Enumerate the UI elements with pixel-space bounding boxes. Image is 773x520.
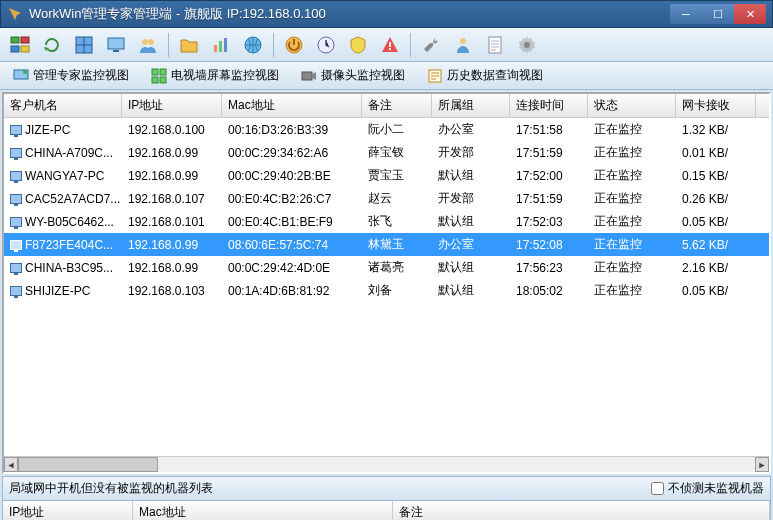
cell-time: 17:51:59 [510, 188, 588, 209]
tb-power-icon[interactable] [280, 31, 308, 59]
cell-mac: 00:1A:4D:6B:81:92 [222, 280, 362, 301]
table-row[interactable]: CAC52A7ACD7...192.168.0.10700:E0:4C:B2:2… [4, 187, 769, 210]
camera-icon [301, 68, 317, 84]
col-nicrx[interactable]: 网卡接收 [676, 94, 756, 117]
minimize-button[interactable]: ─ [670, 4, 702, 24]
pc-icon [10, 286, 22, 296]
unmonitored-table: IP地址 Mac地址 备注 [2, 501, 771, 520]
tb-chart-icon[interactable] [207, 31, 235, 59]
cell-status: 正在监控 [588, 234, 676, 255]
tb-shield-icon[interactable] [344, 31, 372, 59]
tb-person-icon[interactable] [449, 31, 477, 59]
col-clientname[interactable]: 客户机名 [4, 94, 122, 117]
tb-grid-icon[interactable] [70, 31, 98, 59]
main-toolbar [0, 28, 773, 62]
svg-rect-23 [160, 77, 166, 83]
view-history-button[interactable]: 历史数据查询视图 [420, 64, 550, 87]
table-row[interactable]: F8723FE404C...192.168.0.9908:60:6E:57:5C… [4, 233, 769, 256]
cell-status: 正在监控 [588, 211, 676, 232]
scroll-left-button[interactable]: ◄ [4, 457, 18, 472]
cell-ip: 192.168.0.99 [122, 234, 222, 255]
svg-rect-10 [219, 41, 222, 52]
tb-tool-icon[interactable] [417, 31, 445, 59]
bottom-table-header: IP地址 Mac地址 备注 [3, 501, 770, 520]
cell-time: 17:52:08 [510, 234, 588, 255]
cell-group: 默认组 [432, 165, 510, 186]
cell-status: 正在监控 [588, 188, 676, 209]
cell-mac: 00:0C:29:42:4D:0E [222, 257, 362, 278]
cell-rx: 0.26 KB/ [676, 188, 756, 209]
tvwall-icon [151, 68, 167, 84]
cell-rx: 0.15 KB/ [676, 165, 756, 186]
svg-rect-20 [152, 69, 158, 75]
col-ip[interactable]: IP地址 [122, 94, 222, 117]
cell-time: 17:52:03 [510, 211, 588, 232]
scroll-thumb[interactable] [18, 457, 158, 472]
table-row[interactable]: CHINA-B3C95...192.168.0.9900:0C:29:42:4D… [4, 256, 769, 279]
cell-name: CHINA-A709C... [4, 142, 122, 163]
bottom-panel: 局域网中开机但没有被监视的机器列表 不侦测未监视机器 IP地址 Mac地址 备注 [2, 476, 771, 520]
table-row[interactable]: CHINA-A709C...192.168.0.9900:0C:29:34:62… [4, 141, 769, 164]
cell-name: SHIJIZE-PC [4, 280, 122, 301]
cell-note: 刘备 [362, 280, 432, 301]
cell-status: 正在监控 [588, 257, 676, 278]
monitor-view-icon [13, 68, 29, 84]
cell-group: 开发部 [432, 142, 510, 163]
view-camera-button[interactable]: 摄像头监控视图 [294, 64, 412, 87]
cell-status: 正在监控 [588, 142, 676, 163]
cell-rx: 0.01 KB/ [676, 142, 756, 163]
history-icon [427, 68, 443, 84]
col-status[interactable]: 状态 [588, 94, 676, 117]
col-note[interactable]: 备注 [362, 94, 432, 117]
tb-globe-icon[interactable] [239, 31, 267, 59]
cell-mac: 00:E0:4C:B1:BE:F9 [222, 211, 362, 232]
no-detect-checkbox[interactable]: 不侦测未监视机器 [651, 480, 764, 497]
col-group[interactable]: 所属组 [432, 94, 510, 117]
view-tvwall-button[interactable]: 电视墙屏幕监控视图 [144, 64, 286, 87]
bcol-ip[interactable]: IP地址 [3, 501, 133, 520]
tb-clock-icon[interactable] [312, 31, 340, 59]
cell-ip: 192.168.0.100 [122, 119, 222, 140]
tb-alert-icon[interactable] [376, 31, 404, 59]
cell-note: 薛宝钗 [362, 142, 432, 163]
tb-users-icon[interactable] [134, 31, 162, 59]
svg-point-15 [460, 38, 466, 44]
bcol-mac[interactable]: Mac地址 [133, 501, 393, 520]
cell-name: WANGYA7-PC [4, 165, 122, 186]
close-button[interactable]: ✕ [734, 4, 766, 24]
table-row[interactable]: SHIJIZE-PC192.168.0.10300:1A:4D:6B:81:92… [4, 279, 769, 302]
svg-rect-16 [489, 37, 501, 53]
tb-screen-icon[interactable] [102, 31, 130, 59]
tb-refresh-icon[interactable] [38, 31, 66, 59]
tb-monitors-icon[interactable] [6, 31, 34, 59]
cell-time: 17:56:23 [510, 257, 588, 278]
svg-rect-1 [21, 37, 29, 43]
bcol-note[interactable]: 备注 [393, 501, 770, 520]
bottom-header: 局域网中开机但没有被监视的机器列表 不侦测未监视机器 [2, 476, 771, 501]
cell-group: 开发部 [432, 188, 510, 209]
table-row[interactable]: WANGYA7-PC192.168.0.9900:0C:29:40:2B:BE贾… [4, 164, 769, 187]
cell-status: 正在监控 [588, 165, 676, 186]
window-title: WorkWin管理专家管理端 - 旗舰版 IP:192.168.0.100 [29, 5, 670, 23]
cell-status: 正在监控 [588, 119, 676, 140]
maximize-button[interactable]: ☐ [702, 4, 734, 24]
tb-settings-icon[interactable] [513, 31, 541, 59]
svg-rect-22 [152, 77, 158, 83]
table-row[interactable]: JIZE-PC192.168.0.10000:16:D3:26:B3:39阮小二… [4, 118, 769, 141]
svg-rect-0 [11, 37, 19, 43]
view-monitor-button[interactable]: 管理专家监控视图 [6, 64, 136, 87]
no-detect-input[interactable] [651, 482, 664, 495]
cell-ip: 192.168.0.101 [122, 211, 222, 232]
cell-mac: 00:0C:29:40:2B:BE [222, 165, 362, 186]
col-conntime[interactable]: 连接时间 [510, 94, 588, 117]
cell-time: 17:51:58 [510, 119, 588, 140]
scroll-right-button[interactable]: ► [755, 457, 769, 472]
tb-doc-icon[interactable] [481, 31, 509, 59]
table-body: JIZE-PC192.168.0.10000:16:D3:26:B3:39阮小二… [4, 118, 769, 456]
cell-group: 默认组 [432, 280, 510, 301]
tb-folder-icon[interactable] [175, 31, 203, 59]
col-mac[interactable]: Mac地址 [222, 94, 362, 117]
table-row[interactable]: WY-B05C6462...192.168.0.10100:E0:4C:B1:B… [4, 210, 769, 233]
horizontal-scrollbar[interactable]: ◄ ► [4, 456, 769, 472]
cell-name: CHINA-B3C95... [4, 257, 122, 278]
